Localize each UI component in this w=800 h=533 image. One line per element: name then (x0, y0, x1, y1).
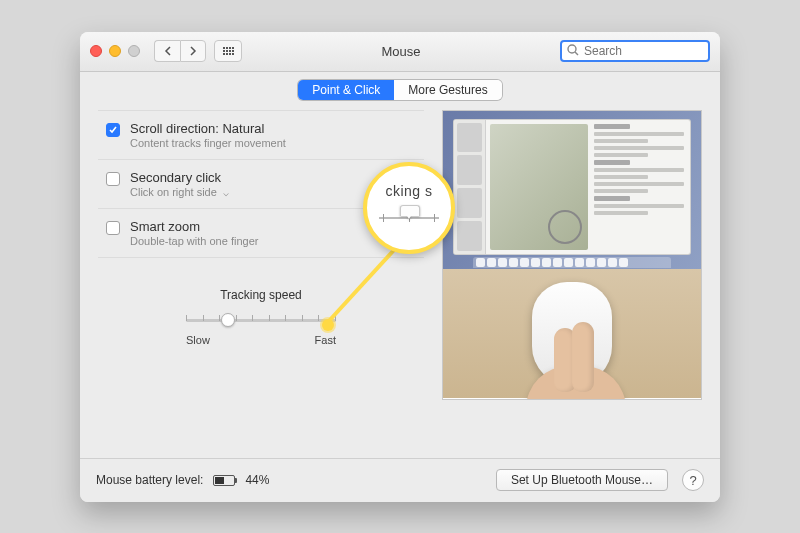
tracking-speed-label: Tracking speed (98, 288, 424, 302)
option-list: Scroll direction: Natural Content tracks… (98, 110, 424, 258)
dropdown-icon[interactable]: ⌵ (223, 187, 229, 198)
preview-text (592, 120, 690, 254)
window-title: Mouse (250, 44, 552, 59)
preview-finger (572, 322, 594, 392)
nav-buttons (154, 40, 206, 62)
main-content: Scroll direction: Natural Content tracks… (80, 110, 720, 450)
forward-button[interactable] (180, 40, 206, 62)
search-icon (566, 43, 580, 57)
preview-app-window (453, 119, 691, 255)
battery-icon (213, 475, 235, 486)
svg-line-1 (575, 52, 578, 55)
zoom-button[interactable] (128, 45, 140, 57)
search-container (560, 40, 710, 62)
preview-screen (443, 111, 701, 269)
close-button[interactable] (90, 45, 102, 57)
options-panel: Scroll direction: Natural Content tracks… (98, 110, 424, 450)
option-scroll-direction[interactable]: Scroll direction: Natural Content tracks… (98, 111, 424, 159)
checkbox-smart-zoom[interactable] (106, 221, 120, 235)
checkbox-secondary-click[interactable] (106, 172, 120, 186)
bottom-bar: Mouse battery level: 44% Set Up Bluetoot… (80, 458, 720, 502)
preferences-window: Mouse Point & Click More Gestures Scroll… (80, 32, 720, 502)
tabs: Point & Click More Gestures (80, 72, 720, 110)
search-input[interactable] (560, 40, 710, 62)
option-smart-zoom[interactable]: Smart zoom Double-tap with one finger (98, 208, 424, 257)
segmented-control: Point & Click More Gestures (298, 80, 501, 100)
option-subtitle: Click on right side ⌵ (130, 186, 229, 198)
preview-desk (443, 269, 701, 399)
preview-dock (473, 257, 671, 268)
option-text: Smart zoom Double-tap with one finger (130, 219, 258, 247)
grid-icon (223, 47, 234, 55)
preview-video (442, 110, 702, 400)
chevron-right-icon (189, 46, 197, 56)
toolbar: Mouse (80, 32, 720, 72)
slider-slow-label: Slow (186, 334, 210, 346)
option-subtitle-text: Click on right side (130, 186, 217, 198)
battery-label: Mouse battery level: (96, 473, 203, 487)
chevron-left-icon (164, 46, 172, 56)
slider-ticks (186, 315, 336, 321)
option-title: Secondary click (130, 170, 229, 185)
option-secondary-click[interactable]: Secondary click Click on right side ⌵ (98, 159, 424, 208)
slider-labels: Slow Fast (186, 334, 336, 346)
preview-sidebar (454, 120, 486, 254)
preview-mouse (532, 282, 612, 386)
show-all-button[interactable] (214, 40, 242, 62)
option-title: Scroll direction: Natural (130, 121, 286, 136)
tab-point-and-click[interactable]: Point & Click (298, 80, 394, 100)
tab-more-gestures[interactable]: More Gestures (394, 80, 501, 100)
battery-value: 44% (245, 473, 269, 487)
option-text: Secondary click Click on right side ⌵ (130, 170, 229, 198)
slider-thumb[interactable] (221, 313, 235, 327)
option-text: Scroll direction: Natural Content tracks… (130, 121, 286, 149)
check-icon (108, 125, 118, 135)
option-subtitle: Double-tap with one finger (130, 235, 258, 247)
minimize-button[interactable] (109, 45, 121, 57)
preview-main (486, 120, 690, 254)
preview-image (490, 124, 588, 250)
slider-fast-label: Fast (315, 334, 336, 346)
tracking-speed-slider[interactable] (186, 310, 336, 330)
option-title: Smart zoom (130, 219, 258, 234)
svg-point-0 (568, 45, 576, 53)
window-controls (90, 45, 140, 57)
option-subtitle: Content tracks finger movement (130, 137, 286, 149)
tracking-speed-section: Tracking speed Slow Fast (98, 288, 424, 346)
bluetooth-setup-button[interactable]: Set Up Bluetooth Mouse… (496, 469, 668, 491)
help-button[interactable]: ? (682, 469, 704, 491)
checkbox-scroll-direction[interactable] (106, 123, 120, 137)
back-button[interactable] (154, 40, 180, 62)
